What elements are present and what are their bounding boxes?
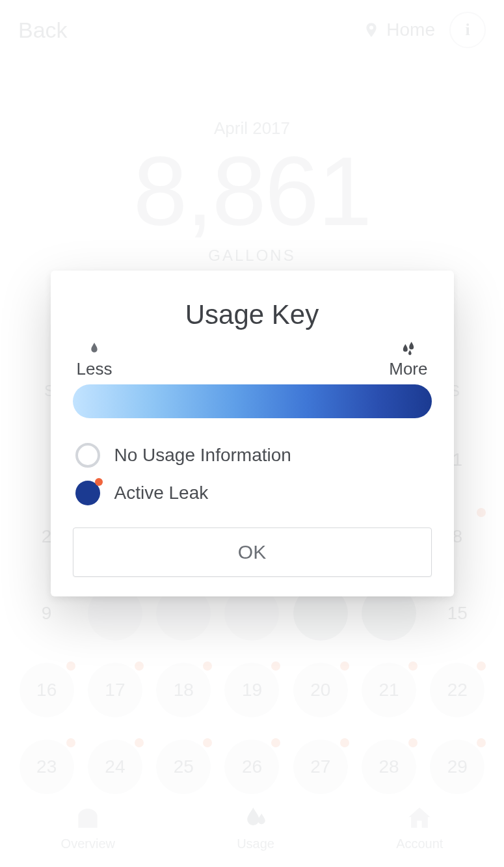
scale-more: More bbox=[389, 340, 427, 379]
empty-circle-icon bbox=[75, 443, 100, 468]
scale-labels-row: Less More bbox=[73, 340, 432, 384]
scale-less: Less bbox=[77, 340, 113, 379]
usage-gradient-bar bbox=[73, 384, 432, 418]
legend-active-leak: Active Leak bbox=[73, 474, 432, 512]
ok-button[interactable]: OK bbox=[73, 527, 432, 577]
usage-key-modal: Usage Key Less More No Usage Information… bbox=[51, 271, 454, 596]
drops-icon bbox=[399, 340, 418, 358]
modal-overlay[interactable]: Usage Key Less More No Usage Information… bbox=[0, 0, 504, 867]
legend-no-usage: No Usage Information bbox=[73, 436, 432, 474]
legend-no-usage-label: No Usage Information bbox=[114, 445, 291, 466]
leak-circle-icon bbox=[75, 481, 100, 505]
drop-small-icon bbox=[85, 340, 103, 358]
modal-title: Usage Key bbox=[73, 299, 432, 330]
legend-active-leak-label: Active Leak bbox=[114, 483, 209, 503]
scale-more-label: More bbox=[389, 359, 427, 379]
scale-less-label: Less bbox=[77, 359, 113, 379]
